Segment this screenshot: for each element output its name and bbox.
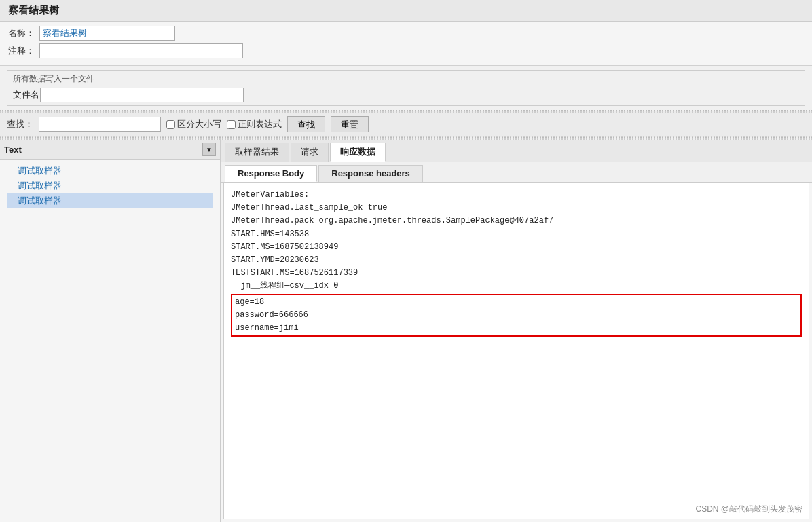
comment-row: 注释： xyxy=(8,43,804,58)
content-line-7: jm__线程组—csv__idx=0 xyxy=(231,280,802,293)
tree-item-3[interactable]: 调试取样器 xyxy=(7,193,213,208)
content-area[interactable]: JMeterVariables: JMeterThread.last_sampl… xyxy=(223,183,809,519)
name-row: 名称： xyxy=(8,26,804,41)
search-input[interactable] xyxy=(39,117,161,132)
case-sensitive-checkbox[interactable] xyxy=(166,120,175,129)
sub-tabs-bar: Response Body Response headers xyxy=(221,162,812,183)
file-label: 文件名 xyxy=(13,89,40,101)
highlight-line-1: password=666666 xyxy=(235,309,798,322)
search-bar: 查找： 区分大小写 正则表达式 查找 重置 xyxy=(0,111,812,137)
sub-tab-response-headers[interactable]: Response headers xyxy=(318,165,423,182)
name-input[interactable] xyxy=(39,26,175,41)
right-panel: 取样器结果 请求 响应数据 Response Body Response hea… xyxy=(221,140,812,522)
main-area: Text ▼ 调试取样器 调试取样器 调试取样器 取样器结果 请求 响应数据 R… xyxy=(0,138,812,522)
tree-item-2[interactable]: 调试取样器 xyxy=(7,179,213,193)
file-section: 所有数据写入一个文件 文件名 xyxy=(7,70,805,106)
highlighted-block: age=18 password=666666 username=jimi xyxy=(231,294,802,337)
content-line-4: START.MS=1687502138949 xyxy=(231,241,802,254)
file-row: 文件名 xyxy=(13,88,799,102)
name-label: 名称： xyxy=(8,27,35,39)
tabs-bar: 取样器结果 请求 响应数据 xyxy=(221,140,812,162)
left-panel-header: Text ▼ xyxy=(0,140,220,160)
find-button[interactable]: 查找 xyxy=(287,116,325,132)
content-line-6: TESTSTART.MS=1687526117339 xyxy=(231,267,802,280)
tab-request[interactable]: 请求 xyxy=(291,143,329,162)
tree-items: 调试取样器 调试取样器 调试取样器 xyxy=(0,160,220,212)
content-line-0: JMeterVariables: xyxy=(231,189,802,202)
title-bar: 察看结果树 xyxy=(0,0,812,22)
reset-button[interactable]: 重置 xyxy=(331,116,369,132)
regex-checkbox[interactable] xyxy=(227,120,236,129)
comment-input[interactable] xyxy=(39,43,243,58)
tab-response-data[interactable]: 响应数据 xyxy=(330,143,386,162)
file-input[interactable] xyxy=(40,88,244,102)
main-window: 察看结果树 名称： 注释： 所有数据写入一个文件 文件名 查找： 区分大小写 正… xyxy=(0,0,812,522)
form-section: 名称： 注释： xyxy=(0,22,812,66)
window-title: 察看结果树 xyxy=(8,4,59,16)
file-section-title: 所有数据写入一个文件 xyxy=(13,73,799,85)
left-panel: Text ▼ 调试取样器 调试取样器 调试取样器 xyxy=(0,140,221,522)
tab-sampler-result[interactable]: 取样器结果 xyxy=(225,143,289,162)
left-panel-label: Text xyxy=(4,145,202,155)
comment-label: 注释： xyxy=(8,45,35,57)
sub-tab-response-body[interactable]: Response Body xyxy=(225,165,317,182)
tree-item-1[interactable]: 调试取样器 xyxy=(7,164,213,179)
highlight-line-0: age=18 xyxy=(235,296,798,309)
content-line-1: JMeterThread.last_sample_ok=true xyxy=(231,202,802,215)
highlight-line-2: username=jimi xyxy=(235,322,798,335)
search-label: 查找： xyxy=(7,118,33,130)
case-sensitive-checkbox-label[interactable]: 区分大小写 xyxy=(166,118,221,130)
content-line-5: START.YMD=20230623 xyxy=(231,254,802,267)
content-line-3: START.HMS=143538 xyxy=(231,228,802,241)
content-line-2: JMeterThread.pack=org.apache.jmeter.thre… xyxy=(231,215,802,227)
watermark: CSDN @敲代码敲到头发茂密 xyxy=(695,504,802,515)
dropdown-arrow[interactable]: ▼ xyxy=(202,143,216,156)
regex-checkbox-label[interactable]: 正则表达式 xyxy=(227,118,282,130)
